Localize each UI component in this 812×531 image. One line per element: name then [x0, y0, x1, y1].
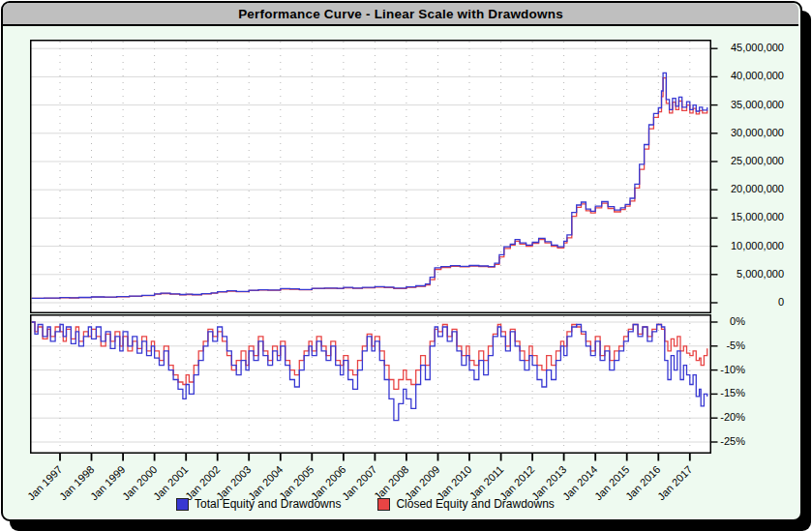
drawdown-chart-panel [30, 314, 719, 463]
legend: Total Equity and Drawdowns Closed Equity… [176, 497, 555, 511]
total-equity-swatch [176, 498, 189, 511]
plot-background [30, 314, 711, 454]
chart-title: Performance Curve - Linear Scale with Dr… [238, 7, 563, 21]
legend-item-closed-equity: Closed Equity and Drawdowns [377, 497, 554, 511]
legend-label-total-equity: Total Equity and Drawdowns [195, 497, 341, 511]
plot-background [30, 40, 711, 313]
equity-chart-panel [30, 40, 719, 314]
closed-equity-swatch [377, 498, 390, 511]
legend-item-total-equity: Total Equity and Drawdowns [176, 497, 341, 511]
chart-title-bar: Performance Curve - Linear Scale with Dr… [3, 3, 798, 26]
legend-label-closed-equity: Closed Equity and Drawdowns [396, 497, 554, 511]
performance-report-window: Performance Curve - Linear Scale with Dr… [0, 0, 812, 531]
